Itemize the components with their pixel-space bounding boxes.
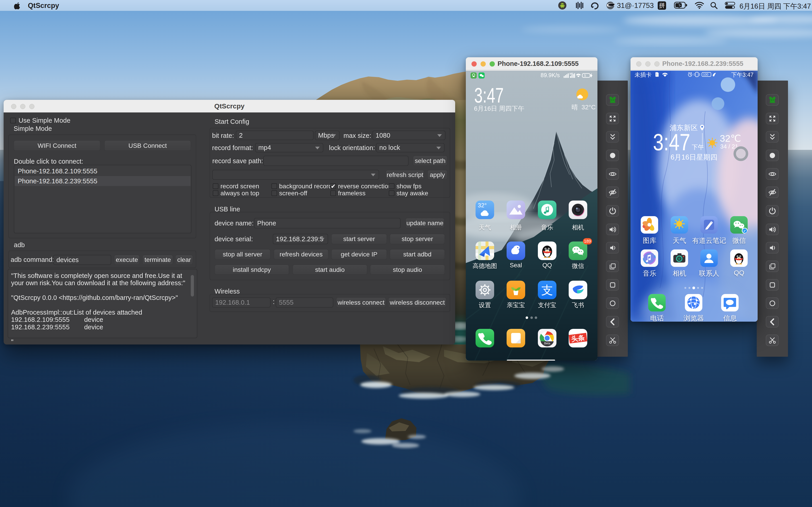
svg-text:5: 5 — [584, 73, 586, 77]
svg-text:!: ! — [656, 73, 657, 76]
svg-text:100: 100 — [703, 73, 708, 76]
svg-text:Beta: Beta — [544, 342, 551, 345]
svg-text:HD: HD — [570, 72, 573, 75]
